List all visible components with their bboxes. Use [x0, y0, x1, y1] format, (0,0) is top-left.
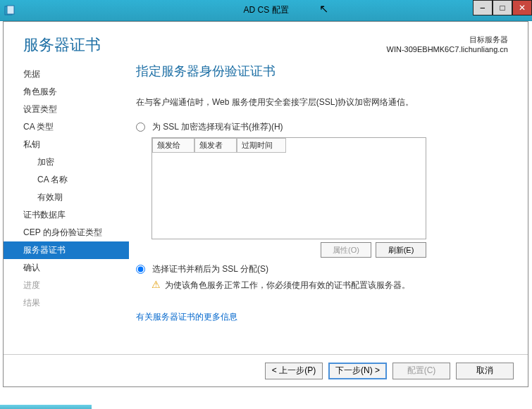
sidebar-item-role-services[interactable]: 角色服务 — [4, 83, 129, 101]
window-titlebar: AD CS 配置 ↖ ‒ □ ✕ — [0, 0, 532, 21]
dialog-header: 服务器证书 目标服务器 WIN-309EBHMK6C7.lichunliang.… — [4, 22, 528, 63]
wizard-sidebar: 凭据 角色服务 设置类型 CA 类型 私钥 加密 CA 名称 有效期 证书数据库… — [4, 63, 129, 341]
cert-col-expiry[interactable]: 过期时间 — [237, 138, 286, 153]
properties-button: 属性(O) — [321, 242, 371, 258]
sidebar-item-cert-database[interactable]: 证书数据库 — [4, 206, 129, 224]
radio-use-existing-cert[interactable]: 为 SSL 加密选择现有证书(推荐)(H) — [136, 121, 507, 133]
more-info-link[interactable]: 有关服务器证书的更多信息 — [136, 311, 237, 323]
warning-row: ⚠ 为使该角色服务正常工作，你必须使用有效的证书配置该服务器。 — [151, 279, 507, 291]
window-controls: ‒ □ ✕ — [473, 0, 532, 15]
sidebar-item-credentials[interactable]: 凭据 — [4, 65, 129, 83]
sidebar-item-private-key[interactable]: 私钥 — [4, 136, 129, 153]
sidebar-item-ca-name[interactable]: CA 名称 — [4, 171, 129, 189]
cursor-icon: ↖ — [319, 2, 328, 15]
svg-rect-1 — [7, 6, 14, 14]
cert-col-issued-by[interactable]: 颁发者 — [194, 138, 237, 153]
sidebar-item-progress: 进度 — [4, 277, 129, 294]
target-server-label: 目标服务器 — [387, 34, 508, 45]
sidebar-item-validity[interactable]: 有效期 — [4, 189, 129, 206]
warning-icon: ⚠ — [151, 279, 161, 289]
cancel-button[interactable]: 取消 — [456, 363, 514, 379]
next-button[interactable]: 下一步(N) > — [328, 363, 387, 379]
cert-list-header: 颁发给 颁发者 过期时间 — [152, 138, 426, 153]
sidebar-item-server-cert[interactable]: 服务器证书 — [4, 241, 129, 259]
radio-use-existing-input[interactable] — [136, 122, 145, 132]
cert-list-box[interactable]: 颁发给 颁发者 过期时间 — [151, 137, 426, 239]
page-title: 服务器证书 — [23, 34, 101, 56]
app-icon — [0, 5, 18, 16]
refresh-button[interactable]: 刷新(E) — [376, 242, 426, 258]
content-panel: 指定服务器身份验证证书 在与客户端通信时，Web 服务使用安全套接字层(SSL)… — [129, 63, 528, 341]
radio-use-existing-label: 为 SSL 加密选择现有证书(推荐)(H) — [152, 121, 283, 133]
sidebar-item-ca-type[interactable]: CA 类型 — [4, 118, 129, 136]
content-description: 在与客户端通信时，Web 服务使用安全套接字层(SSL)协议加密网络通信。 — [136, 96, 507, 108]
previous-button[interactable]: < 上一步(P) — [265, 363, 323, 379]
sidebar-item-cryptography[interactable]: 加密 — [4, 153, 129, 171]
maximize-button[interactable]: □ — [493, 0, 512, 15]
warning-text: 为使该角色服务正常工作，你必须使用有效的证书配置该服务器。 — [165, 279, 410, 291]
content-heading: 指定服务器身份验证证书 — [136, 63, 507, 80]
radio-assign-later-label: 选择证书并稍后为 SSL 分配(S) — [152, 263, 268, 275]
target-server-host: WIN-309EBHMK6C7.lichunliang.cn — [387, 45, 508, 54]
cert-col-issued-to[interactable]: 颁发给 — [152, 138, 194, 153]
close-button[interactable]: ✕ — [512, 0, 532, 15]
sidebar-item-results: 结果 — [4, 294, 129, 312]
radio-assign-later-input[interactable] — [136, 265, 145, 274]
sidebar-item-cep-auth[interactable]: CEP 的身份验证类型 — [4, 224, 129, 241]
wizard-footer: < 上一步(P) 下一步(N) > 配置(C) 取消 — [4, 354, 528, 386]
sidebar-item-confirm[interactable]: 确认 — [4, 259, 129, 277]
sidebar-item-setup-type[interactable]: 设置类型 — [4, 101, 129, 118]
window-title: AD CS 配置 — [243, 4, 288, 16]
minimize-button[interactable]: ‒ — [473, 0, 493, 15]
target-server-info: 目标服务器 WIN-309EBHMK6C7.lichunliang.cn — [387, 34, 508, 56]
dialog-window: 服务器证书 目标服务器 WIN-309EBHMK6C7.lichunliang.… — [3, 21, 528, 387]
radio-assign-later[interactable]: 选择证书并稍后为 SSL 分配(S) — [136, 263, 507, 275]
taskbar-edge — [0, 405, 92, 409]
configure-button: 配置(C) — [392, 363, 450, 379]
